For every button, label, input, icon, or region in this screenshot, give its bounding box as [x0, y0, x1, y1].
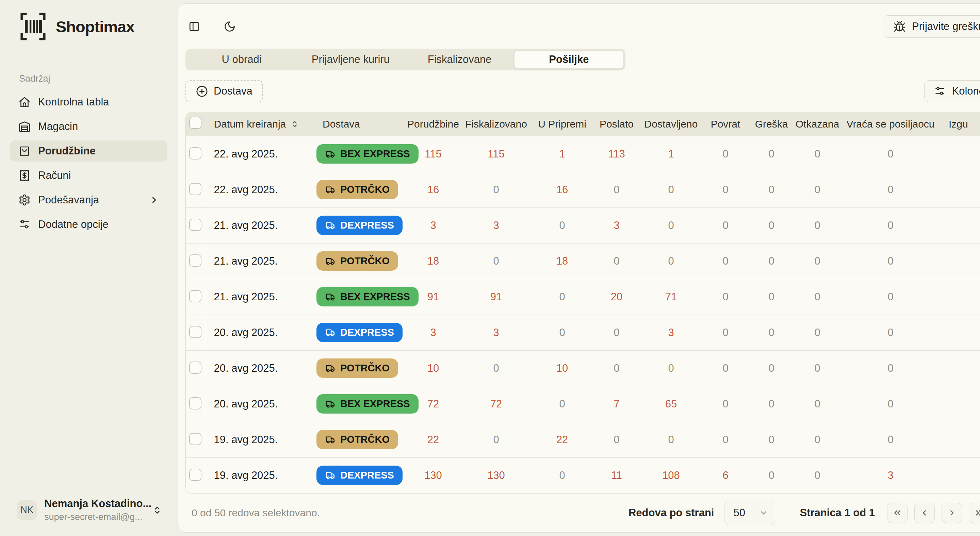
row-checkbox[interactable] [189, 254, 202, 266]
carrier-name: DEXPRESS [340, 327, 394, 338]
column-header-datum-kreiranja: Datum kreiranja [205, 112, 314, 136]
row-count: 16 [406, 172, 461, 208]
table-header-row: Datum kreiranja Dostava Porudžbine Fiska… [186, 112, 980, 136]
truck-icon [325, 434, 336, 445]
row-count: 0 [794, 208, 841, 243]
sidebar-nav: Kontrolna tabla Magacin Porudžbine Račun… [0, 92, 178, 238]
row-clipped-cell [940, 243, 980, 279]
row-carrier-cell: POTRČKO [314, 172, 406, 208]
column-header-povrat: Povrat [702, 112, 749, 136]
table-row: 22. avg 2025.BEX EXPRESS115115111310000 [186, 136, 980, 172]
sliders-icon [18, 218, 30, 231]
row-checkbox[interactable] [189, 326, 202, 338]
row-checkbox[interactable] [189, 147, 202, 160]
sidebar-item-podesavanja[interactable]: Podešavanja [10, 189, 167, 211]
row-count: 0 [702, 243, 749, 279]
column-header-greska: Greška [749, 112, 794, 136]
rows-per-page-value: 50 [733, 507, 745, 519]
row-select-cell [186, 279, 205, 315]
home-icon [18, 96, 30, 108]
next-page-button[interactable] [942, 503, 962, 523]
tab-posiljke[interactable]: Pošiljke [514, 50, 624, 69]
row-count: 0 [841, 350, 940, 386]
truck-icon [325, 220, 336, 231]
row-carrier-cell: DEXPRESS [314, 315, 406, 350]
sort-control[interactable]: Datum kreiranja [214, 118, 300, 130]
tab-u-obradi[interactable]: U obradi [187, 50, 296, 69]
sidebar-toggle-button[interactable] [185, 18, 203, 35]
sidebar-item-magacin[interactable]: Magacin [10, 116, 167, 137]
row-clipped-cell [940, 315, 980, 350]
row-carrier-cell: BEX EXPRESS [314, 386, 406, 422]
row-count: 0 [461, 350, 531, 386]
row-count: 10 [531, 350, 593, 386]
row-checkbox[interactable] [189, 469, 202, 481]
rows-per-page-select[interactable]: 50 [724, 501, 775, 525]
sidebar-item-racuni[interactable]: Računi [10, 165, 167, 186]
pager [887, 503, 980, 523]
user-menu[interactable]: NK Nemanja Kostadino... super-secret-ema… [0, 498, 178, 522]
row-select-cell [186, 315, 205, 350]
row-checkbox[interactable] [189, 362, 202, 374]
sliders-icon [934, 86, 946, 97]
table-row: 19. avg 2025.DEXPRESS1301300111086003 [186, 457, 980, 493]
select-all-checkbox[interactable] [189, 117, 202, 129]
row-carrier-cell: POTRČKO [314, 422, 406, 457]
column-header-u-pripremi: U Pripremi [531, 112, 593, 136]
gear-icon [18, 194, 30, 206]
dark-mode-button[interactable] [221, 18, 239, 35]
last-page-button[interactable] [969, 503, 980, 523]
shopping-bag-icon [18, 145, 30, 157]
columns-button[interactable]: Kolone [924, 80, 980, 102]
row-count: 0 [593, 243, 640, 279]
panel-toggle-icon [188, 21, 200, 33]
row-select-cell [186, 172, 205, 208]
column-label: Datum kreiranja [214, 118, 286, 130]
row-checkbox[interactable] [189, 183, 202, 195]
tab-fiskalizovane[interactable]: Fiskalizovane [405, 50, 514, 69]
row-count: 0 [749, 279, 794, 315]
row-carrier-cell: DEXPRESS [314, 208, 406, 243]
sidebar-item-kontrolna-tabla[interactable]: Kontrolna tabla [10, 92, 167, 113]
column-header-vraca-se-posiljaocu: Vraća se posiljaocu [841, 112, 940, 136]
row-clipped-cell [940, 457, 980, 493]
truck-icon [325, 363, 336, 373]
row-count: 11 [593, 457, 640, 493]
brand-name: Shoptimax [56, 17, 134, 36]
chevron-down-icon [759, 509, 768, 517]
row-count: 10 [406, 350, 461, 386]
add-delivery-button[interactable]: Dostava [185, 80, 263, 102]
sidebar: Shoptimax Sadržaj Kontrolna tabla Magaci… [0, 0, 178, 536]
row-count: 0 [640, 350, 702, 386]
first-page-icon [892, 508, 902, 518]
column-header-porudzbine: Porudžbine [406, 112, 461, 136]
row-count: 18 [406, 243, 461, 279]
report-bug-button[interactable]: Prijavite grešku [883, 15, 980, 38]
row-checkbox[interactable] [189, 219, 202, 231]
row-count: 0 [794, 279, 841, 315]
table-row: 22. avg 2025.POTRČKO16016000000 [186, 172, 980, 208]
table-row: 19. avg 2025.POTRČKO22022000000 [186, 422, 980, 457]
last-page-icon [974, 508, 980, 518]
row-count: 65 [640, 386, 702, 422]
row-count: 0 [702, 136, 749, 172]
row-count: 0 [794, 457, 841, 493]
row-count: 0 [841, 386, 940, 422]
tab-prijavljene-kuriru[interactable]: Prijavljene kuriru [296, 50, 405, 69]
row-count: 0 [640, 243, 702, 279]
row-count: 0 [531, 386, 593, 422]
row-count: 0 [640, 208, 702, 243]
row-count: 0 [702, 279, 749, 315]
row-select-cell [186, 208, 205, 243]
truck-icon [325, 327, 336, 338]
page-indicator: Stranica 1 od 1 [800, 507, 875, 519]
row-checkbox[interactable] [189, 397, 202, 409]
row-checkbox[interactable] [189, 290, 202, 302]
sidebar-item-dodatne-opcije[interactable]: Dodatne opcije [10, 214, 167, 235]
previous-page-button[interactable] [914, 503, 935, 523]
row-clipped-cell [940, 350, 980, 386]
sidebar-item-porudzbine[interactable]: Porudžbine [10, 140, 167, 162]
first-page-button[interactable] [887, 503, 907, 523]
row-checkbox[interactable] [189, 433, 202, 445]
row-count: 0 [593, 350, 640, 386]
